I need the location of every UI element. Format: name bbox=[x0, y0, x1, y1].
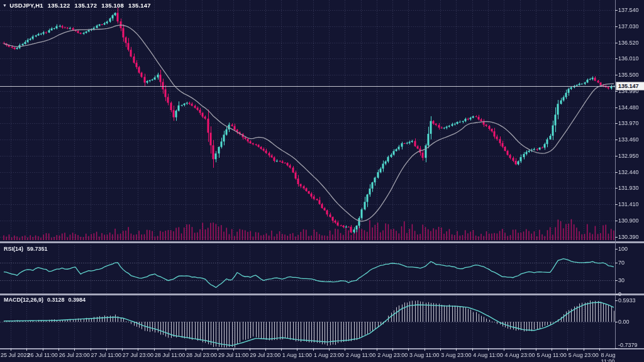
price-axis-label: 132.950 bbox=[618, 153, 639, 159]
time-axis-label: 2 Aug 23:00 bbox=[377, 352, 408, 358]
price-axis-label: 131.930 bbox=[618, 185, 639, 191]
rsi-axis-label: 30 bbox=[618, 277, 625, 283]
macd-axis-label: 0.5933 bbox=[618, 297, 636, 304]
price-axis-label: 132.440 bbox=[618, 169, 639, 175]
time-axis-label: 4 Aug 11:00 bbox=[473, 352, 502, 358]
macd-name: MACD(12,26,9) bbox=[4, 297, 43, 303]
time-axis-label: 1 Aug 23:00 bbox=[314, 352, 344, 358]
time-axis-label: 5 Aug 11:00 bbox=[536, 352, 566, 358]
time-axis-label: 29 Jul 11:00 bbox=[218, 352, 248, 358]
price-axis-label: 133.460 bbox=[618, 136, 639, 143]
price-axis-label: 137.540 bbox=[618, 7, 639, 13]
symbol-dropdown-icon[interactable]: ▼ bbox=[3, 3, 7, 8]
price-axis-label: 137.030 bbox=[618, 23, 639, 30]
macd-axis-label: 0.00 bbox=[618, 319, 630, 325]
macd-indicator-label: MACD(12,26,9)0.31280.3984 bbox=[4, 297, 86, 303]
current-price-tag: 135.147 bbox=[616, 82, 644, 90]
time-axis-label: 28 Jul 11:00 bbox=[155, 352, 185, 358]
time-axis-label: 29 Jul 23:00 bbox=[250, 352, 280, 358]
price-axis-label: 130.390 bbox=[618, 234, 639, 240]
ohlc-high: 135.172 bbox=[74, 2, 97, 9]
price-axis-label: 136.520 bbox=[618, 40, 639, 46]
trading-chart-window: { "window": { "symbol_period": "USDJPY,H… bbox=[0, 0, 644, 362]
chart-title: ▼USDJPY,H1135.122135.172135.108135.147 bbox=[3, 2, 151, 9]
rsi-axis-label: 100 bbox=[618, 246, 628, 252]
time-axis-label: 27 Jul 23:00 bbox=[123, 352, 153, 358]
time-axis-label: 28 Jul 23:00 bbox=[186, 352, 217, 358]
chart-canvas[interactable] bbox=[0, 0, 644, 362]
price-axis-label: 131.410 bbox=[618, 201, 639, 207]
time-axis-label: 5 Aug 23:00 bbox=[569, 352, 599, 358]
price-axis-label: 133.970 bbox=[618, 120, 639, 126]
price-axis-label: 130.900 bbox=[618, 217, 639, 224]
price-axis-label: 136.010 bbox=[618, 55, 639, 62]
time-axis-label: 4 Aug 23:00 bbox=[505, 352, 535, 358]
rsi-name: RSI(14) bbox=[4, 246, 23, 252]
time-axis-label: 8 Aug 11:00 bbox=[601, 352, 630, 362]
rsi-indicator-label: RSI(14)59.7351 bbox=[4, 246, 48, 252]
time-axis-label: 26 Jul 23:00 bbox=[59, 352, 90, 358]
time-axis-label: 3 Aug 11:00 bbox=[409, 352, 439, 358]
rsi-axis-label: 0 bbox=[618, 291, 621, 297]
macd-axis-label: -0.7379 bbox=[618, 342, 638, 348]
time-axis-label: 3 Aug 23:00 bbox=[441, 352, 471, 358]
ohlc-open: 135.122 bbox=[48, 2, 70, 9]
price-axis-label: 134.480 bbox=[618, 104, 639, 111]
time-axis-label: 27 Jul 11:00 bbox=[91, 352, 121, 358]
ohlc-close: 135.147 bbox=[128, 2, 151, 9]
time-axis-label: 1 Aug 11:00 bbox=[282, 352, 312, 358]
rsi-axis-label: 70 bbox=[618, 260, 625, 266]
symbol-period: USDJPY,H1 bbox=[9, 2, 43, 9]
price-axis-label: 135.500 bbox=[618, 72, 639, 78]
time-axis-label: 2 Aug 11:00 bbox=[346, 352, 375, 358]
macd-signal-value: 0.3984 bbox=[69, 297, 86, 303]
ohlc-low: 135.108 bbox=[101, 2, 124, 9]
macd-main-value: 0.3128 bbox=[47, 297, 65, 303]
rsi-value: 59.7351 bbox=[27, 246, 48, 252]
time-axis-label: 26 Jul 11:00 bbox=[27, 352, 57, 358]
time-axis-label: 25 Jul 2022 bbox=[1, 352, 30, 358]
